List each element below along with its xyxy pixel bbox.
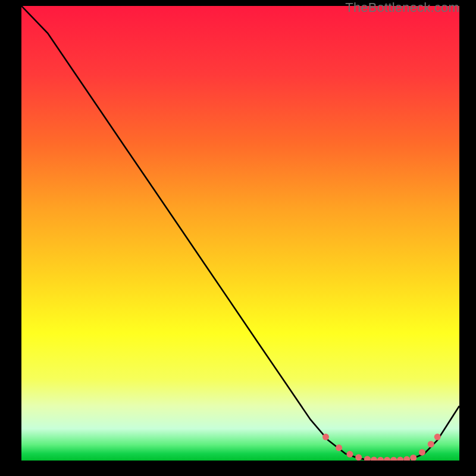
marker-dot bbox=[355, 454, 362, 461]
marker-dot bbox=[428, 441, 434, 447]
marker-dot bbox=[434, 434, 441, 440]
gradient-background bbox=[21, 6, 459, 461]
chart-svg bbox=[21, 6, 459, 461]
watermark-text: TheBottleneck.com bbox=[345, 0, 459, 15]
marker-dot bbox=[322, 434, 329, 440]
marker-dot bbox=[336, 444, 342, 451]
chart-frame bbox=[21, 6, 459, 461]
marker-dot bbox=[347, 451, 353, 458]
marker-dot bbox=[419, 449, 425, 456]
